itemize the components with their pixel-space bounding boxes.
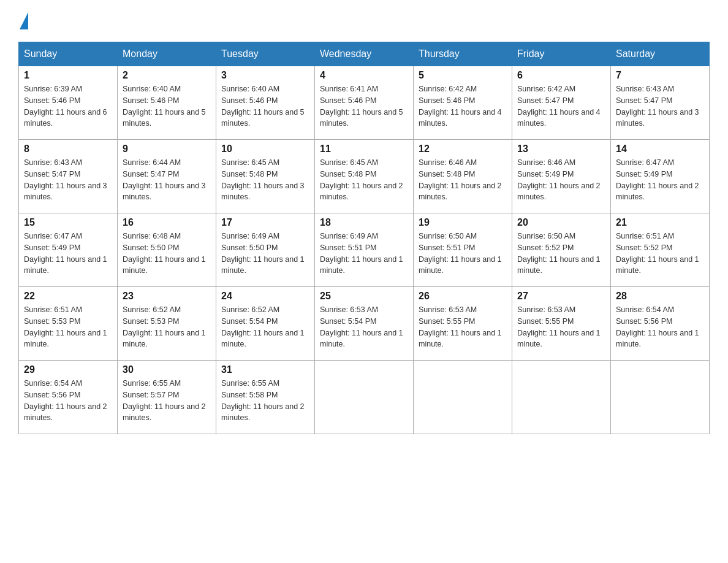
sunset-info: Sunset: 5:53 PM [123, 316, 211, 327]
daylight-info: Daylight: 11 hours and 2 minutes. [616, 180, 704, 204]
calendar-day-cell: 9Sunrise: 6:44 AMSunset: 5:47 PMDaylight… [118, 140, 216, 213]
sunrise-info: Sunrise: 6:51 AM [24, 304, 112, 316]
day-number: 12 [419, 144, 507, 155]
sunrise-info: Sunrise: 6:47 AM [24, 231, 112, 242]
day-info: Sunrise: 6:50 AMSunset: 5:52 PMDaylight:… [517, 231, 605, 277]
daylight-info: Daylight: 11 hours and 1 minute. [517, 254, 605, 277]
day-number: 18 [320, 217, 408, 228]
sunset-info: Sunset: 5:57 PM [123, 389, 211, 401]
sunrise-info: Sunrise: 6:54 AM [616, 304, 704, 316]
daylight-info: Daylight: 11 hours and 1 minute. [221, 254, 309, 277]
calendar-day-cell: 31Sunrise: 6:55 AMSunset: 5:58 PMDayligh… [216, 361, 315, 434]
sunrise-info: Sunrise: 6:40 AM [221, 83, 309, 95]
sunrise-info: Sunrise: 6:52 AM [123, 304, 211, 316]
header-tuesday: Tuesday [216, 42, 315, 66]
daylight-info: Daylight: 11 hours and 1 minute. [320, 327, 408, 351]
calendar-day-cell: 25Sunrise: 6:53 AMSunset: 5:54 PMDayligh… [315, 287, 414, 361]
day-number: 2 [123, 70, 211, 81]
day-number: 10 [221, 144, 309, 155]
calendar-day-cell [512, 361, 611, 434]
daylight-info: Daylight: 11 hours and 2 minutes. [24, 401, 112, 424]
calendar-day-cell: 16Sunrise: 6:48 AMSunset: 5:50 PMDayligh… [118, 213, 216, 287]
day-number: 22 [24, 291, 112, 302]
logo-triangle-icon [20, 12, 28, 29]
sunrise-info: Sunrise: 6:53 AM [517, 304, 605, 316]
header-thursday: Thursday [414, 42, 512, 66]
day-info: Sunrise: 6:54 AMSunset: 5:56 PMDaylight:… [616, 304, 704, 350]
sunset-info: Sunset: 5:50 PM [221, 242, 309, 254]
daylight-info: Daylight: 11 hours and 3 minutes. [616, 107, 704, 130]
day-number: 3 [221, 70, 309, 81]
day-number: 4 [320, 70, 408, 81]
day-number: 13 [517, 144, 605, 155]
sunrise-info: Sunrise: 6:53 AM [419, 304, 507, 316]
sunrise-info: Sunrise: 6:40 AM [123, 83, 211, 95]
day-info: Sunrise: 6:55 AMSunset: 5:57 PMDaylight:… [123, 378, 211, 424]
day-number: 31 [221, 364, 309, 375]
sunset-info: Sunset: 5:54 PM [320, 316, 408, 327]
daylight-info: Daylight: 11 hours and 5 minutes. [221, 107, 309, 130]
calendar-day-cell: 28Sunrise: 6:54 AMSunset: 5:56 PMDayligh… [611, 287, 710, 361]
header-monday: Monday [118, 42, 216, 66]
sunset-info: Sunset: 5:48 PM [221, 169, 309, 180]
day-info: Sunrise: 6:50 AMSunset: 5:51 PMDaylight:… [419, 231, 507, 277]
header-sunday: Sunday [19, 42, 118, 66]
sunrise-info: Sunrise: 6:43 AM [616, 83, 704, 95]
sunset-info: Sunset: 5:47 PM [123, 169, 211, 180]
day-info: Sunrise: 6:48 AMSunset: 5:50 PMDaylight:… [123, 231, 211, 277]
sunset-info: Sunset: 5:49 PM [616, 169, 704, 180]
calendar-day-cell: 5Sunrise: 6:42 AMSunset: 5:46 PMDaylight… [414, 66, 512, 140]
day-info: Sunrise: 6:55 AMSunset: 5:58 PMDaylight:… [221, 378, 309, 424]
header-row: SundayMondayTuesdayWednesdayThursdayFrid… [19, 42, 710, 66]
calendar-body: 1Sunrise: 6:39 AMSunset: 5:46 PMDaylight… [19, 66, 710, 434]
day-number: 23 [123, 291, 211, 302]
sunrise-info: Sunrise: 6:51 AM [616, 231, 704, 242]
sunset-info: Sunset: 5:56 PM [24, 389, 112, 401]
sunrise-info: Sunrise: 6:43 AM [24, 157, 112, 169]
calendar-day-cell: 17Sunrise: 6:49 AMSunset: 5:50 PMDayligh… [216, 213, 315, 287]
sunset-info: Sunset: 5:54 PM [221, 316, 309, 327]
calendar-day-cell: 1Sunrise: 6:39 AMSunset: 5:46 PMDaylight… [19, 66, 118, 140]
sunset-info: Sunset: 5:52 PM [517, 242, 605, 254]
header-friday: Friday [512, 42, 611, 66]
day-number: 25 [320, 291, 408, 302]
calendar-day-cell: 3Sunrise: 6:40 AMSunset: 5:46 PMDaylight… [216, 66, 315, 140]
sunset-info: Sunset: 5:46 PM [221, 95, 309, 107]
calendar-day-cell: 22Sunrise: 6:51 AMSunset: 5:53 PMDayligh… [19, 287, 118, 361]
day-number: 28 [616, 291, 704, 302]
sunrise-info: Sunrise: 6:45 AM [221, 157, 309, 169]
day-number: 7 [616, 70, 704, 81]
daylight-info: Daylight: 11 hours and 1 minute. [221, 327, 309, 351]
calendar-day-cell: 23Sunrise: 6:52 AMSunset: 5:53 PMDayligh… [118, 287, 216, 361]
day-number: 24 [221, 291, 309, 302]
day-info: Sunrise: 6:42 AMSunset: 5:47 PMDaylight:… [517, 83, 605, 129]
day-number: 11 [320, 144, 408, 155]
daylight-info: Daylight: 11 hours and 6 minutes. [24, 107, 112, 130]
sunset-info: Sunset: 5:52 PM [616, 242, 704, 254]
daylight-info: Daylight: 11 hours and 4 minutes. [517, 107, 605, 130]
day-info: Sunrise: 6:53 AMSunset: 5:54 PMDaylight:… [320, 304, 408, 350]
calendar-day-cell: 20Sunrise: 6:50 AMSunset: 5:52 PMDayligh… [512, 213, 611, 287]
day-info: Sunrise: 6:54 AMSunset: 5:56 PMDaylight:… [24, 378, 112, 424]
calendar-day-cell: 10Sunrise: 6:45 AMSunset: 5:48 PMDayligh… [216, 140, 315, 213]
calendar-day-cell: 6Sunrise: 6:42 AMSunset: 5:47 PMDaylight… [512, 66, 611, 140]
day-info: Sunrise: 6:52 AMSunset: 5:54 PMDaylight:… [221, 304, 309, 350]
day-number: 20 [517, 217, 605, 228]
calendar-day-cell: 4Sunrise: 6:41 AMSunset: 5:46 PMDaylight… [315, 66, 414, 140]
daylight-info: Daylight: 11 hours and 1 minute. [517, 327, 605, 351]
daylight-info: Daylight: 11 hours and 3 minutes. [123, 180, 211, 204]
sunrise-info: Sunrise: 6:49 AM [320, 231, 408, 242]
daylight-info: Daylight: 11 hours and 2 minutes. [419, 180, 507, 204]
daylight-info: Daylight: 11 hours and 3 minutes. [221, 180, 309, 204]
daylight-info: Daylight: 11 hours and 1 minute. [419, 327, 507, 351]
daylight-info: Daylight: 11 hours and 1 minute. [616, 254, 704, 277]
sunset-info: Sunset: 5:47 PM [616, 95, 704, 107]
sunset-info: Sunset: 5:48 PM [419, 169, 507, 180]
daylight-info: Daylight: 11 hours and 1 minute. [24, 327, 112, 351]
day-info: Sunrise: 6:46 AMSunset: 5:49 PMDaylight:… [517, 157, 605, 203]
day-info: Sunrise: 6:51 AMSunset: 5:52 PMDaylight:… [616, 231, 704, 277]
logo [18, 12, 28, 29]
page-header [18, 12, 710, 29]
calendar-day-cell: 14Sunrise: 6:47 AMSunset: 5:49 PMDayligh… [611, 140, 710, 213]
day-number: 6 [517, 70, 605, 81]
